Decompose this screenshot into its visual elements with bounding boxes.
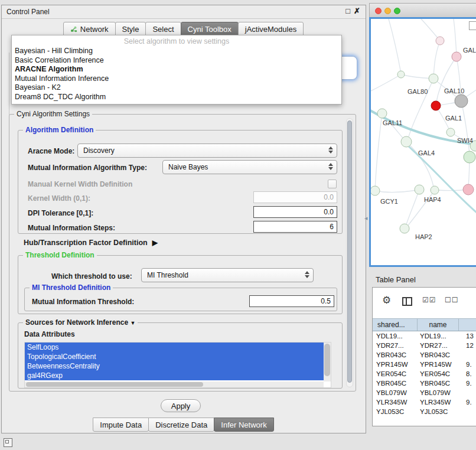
table-row[interactable]: YLR345WYLR345W9. xyxy=(373,397,476,407)
sources-group-title[interactable]: Sources for Network Inference ▼ xyxy=(23,318,138,327)
attributes-vscrollbar-thumb[interactable] xyxy=(324,344,330,376)
close-traffic-light-icon[interactable] xyxy=(375,8,382,14)
tab-discretize-data[interactable]: Discretize Data xyxy=(148,418,214,432)
table-cell: YLR345W xyxy=(418,397,459,407)
table-column-header-name[interactable]: name xyxy=(418,319,459,331)
algorithm-option-bayesian-hill-climbing[interactable]: Bayesian - Hill Climbing xyxy=(12,47,341,56)
columns-icon[interactable] xyxy=(402,297,412,306)
gear-icon[interactable]: ⚙ xyxy=(382,294,391,306)
attribute-item-gal4rgexp[interactable]: gal4RGexp xyxy=(25,371,324,380)
algorithm-option-basic-correlation-inference[interactable]: Basic Correlation Inference xyxy=(12,56,341,66)
which-threshold-value: MI Threshold xyxy=(147,271,188,279)
apply-button[interactable]: Apply xyxy=(161,399,201,412)
mi-algorithm-type-label: Mutual Information Algorithm Type: xyxy=(28,164,147,172)
network-node-hap4[interactable] xyxy=(415,185,424,194)
show-hidden-panel-icon[interactable] xyxy=(4,438,12,447)
table-cell: YDL19... xyxy=(373,331,418,341)
which-threshold-label: Which threshold to use: xyxy=(51,272,132,281)
kernel-width-field[interactable]: 0.0 xyxy=(253,191,337,203)
table-cell: 13 xyxy=(459,331,476,341)
top-tabbar: NetworkStyleSelectCyni ToolboxjActiveMod… xyxy=(2,21,366,36)
table-column-header-2[interactable] xyxy=(459,319,476,331)
network-node-gal4[interactable] xyxy=(401,136,412,147)
table-row[interactable]: YBL079WYBL079W xyxy=(373,388,476,397)
network-svg: GAL7GAL80GAL10GAL11GAL1SWI4GAL4GCY1HAP4H… xyxy=(371,19,476,266)
tab-select[interactable]: Select xyxy=(145,22,181,36)
network-node[interactable] xyxy=(463,184,474,195)
mi-threshold-field[interactable]: 0.5 xyxy=(249,295,334,307)
mi-steps-field[interactable]: 6 xyxy=(253,221,337,233)
algorithm-option-bayesian-k2[interactable]: Bayesian - K2 xyxy=(12,83,341,93)
which-threshold-combo[interactable]: MI Threshold xyxy=(141,268,314,282)
algorithm-option-mutual-information-inference[interactable]: Mutual Information Inference xyxy=(12,74,341,84)
table-row[interactable]: YJL053CYJL053C xyxy=(373,407,476,416)
aracne-mode-combo[interactable]: Discovery xyxy=(77,144,337,158)
network-node[interactable] xyxy=(397,71,405,78)
table-cell: 8. xyxy=(459,369,476,379)
table-body: YDL19...YDL19...13YDR27...YDR27...12YBR0… xyxy=(373,331,476,426)
birdseye-view-box[interactable] xyxy=(469,21,476,30)
algorithm-option-dream8-dc-tdc-algorithm[interactable]: Dream8 DC_TDC Algorithm xyxy=(12,93,341,102)
network-node[interactable] xyxy=(464,151,475,163)
attributes-hscrollbar-thumb[interactable] xyxy=(26,382,203,387)
node-label-gal7: GAL7 xyxy=(463,47,476,54)
aracne-mode-label: Aracne Mode: xyxy=(28,147,74,155)
network-node-gcy1[interactable] xyxy=(371,186,380,195)
attribute-item-topologicalcoefficient[interactable]: TopologicalCoefficient xyxy=(25,352,324,361)
table-row[interactable]: YBR043CYBR043C xyxy=(373,350,476,360)
table-cell: YPR145W xyxy=(373,360,418,369)
close-window-icon[interactable]: ✗ xyxy=(354,6,360,15)
hub-definition-toggle[interactable]: Hub/Transcription Factor Definition ▶ xyxy=(24,239,158,247)
tab-jactivemodules[interactable]: jActiveModules xyxy=(238,22,304,36)
tab-impute-data[interactable]: Impute Data xyxy=(93,418,149,432)
manual-kernel-width-checkbox[interactable] xyxy=(328,180,337,188)
attribute-item-selfloops[interactable]: SelfLoops xyxy=(25,343,324,352)
table-row[interactable]: YPR145WYPR145W9. xyxy=(373,360,476,369)
tab-label: Discretize Data xyxy=(155,420,207,429)
network-node-gal7[interactable] xyxy=(452,52,461,61)
node-label-gal10: GAL10 xyxy=(444,87,464,94)
sources-group: Sources for Network Inference ▼ Data Att… xyxy=(18,322,343,389)
network-node[interactable] xyxy=(431,101,441,110)
zoom-traffic-light-icon[interactable] xyxy=(394,8,400,14)
table-cell: YER054C xyxy=(373,369,418,379)
network-window-titlebar[interactable] xyxy=(369,3,476,17)
tab-cyni-toolbox[interactable]: Cyni Toolbox xyxy=(181,22,239,36)
node-label-swi4: SWI4 xyxy=(457,137,473,144)
select-all-icon[interactable]: ☑☑ xyxy=(422,296,436,304)
table-row[interactable]: YBR045CYBR045C9. xyxy=(373,379,476,388)
algorithm-dropdown-popup: Select algorithm to view settings Bayesi… xyxy=(11,35,342,105)
dpi-tolerance-field[interactable]: 0.0 xyxy=(253,206,337,218)
network-node[interactable] xyxy=(436,37,444,45)
table-row[interactable]: YDR27...YDR27...12 xyxy=(373,341,476,350)
table-row[interactable]: YER054CYER054C8. xyxy=(373,369,476,379)
network-node[interactable] xyxy=(431,186,439,194)
tab-style[interactable]: Style xyxy=(115,22,146,36)
table-row[interactable]: YDL19...YDL19...13 xyxy=(373,331,476,341)
node-label-gal11: GAL11 xyxy=(383,119,402,126)
network-node-gal1[interactable] xyxy=(446,128,455,136)
mi-algorithm-type-combo[interactable]: Naive Bayes xyxy=(162,160,337,174)
tab-infer-network[interactable]: Infer Network xyxy=(214,418,273,432)
algorithm-option-aracne-algorithm[interactable]: ARACNE Algorithm xyxy=(12,65,341,74)
network-canvas[interactable]: GAL7GAL80GAL10GAL11GAL1SWI4GAL4GCY1HAP4H… xyxy=(369,17,476,267)
tab-label: Network xyxy=(80,25,109,34)
threshold-definition-group: Threshold Definition Which threshold to … xyxy=(18,255,343,314)
settings-scrollbar-thumb[interactable] xyxy=(347,120,352,383)
deselect-all-icon[interactable]: ☐☐ xyxy=(445,296,459,304)
float-window-icon[interactable]: □ xyxy=(345,6,350,15)
mi-threshold-definition-title: MI Threshold Definition xyxy=(30,283,113,292)
network-node-hap2[interactable] xyxy=(400,224,409,233)
dpi-tolerance-label: DPI Tolerance [0,1]: xyxy=(28,209,93,217)
splitpane-collapse-handle[interactable]: ◀ xyxy=(364,216,367,221)
network-edge xyxy=(436,57,457,105)
network-node-gal80[interactable] xyxy=(429,74,438,83)
network-node-gal11[interactable] xyxy=(377,109,387,118)
table-cell xyxy=(459,407,476,416)
minimize-traffic-light-icon[interactable] xyxy=(384,8,391,14)
network-node-gal10[interactable] xyxy=(455,94,468,107)
table-panel-window: ⚙ ☑☑ ☐☐ shared...name YDL19...YDL19...13… xyxy=(372,287,476,426)
tab-network[interactable]: Network xyxy=(63,22,116,36)
table-column-header-shared[interactable]: shared... xyxy=(373,319,418,331)
attribute-item-betweennesscentrality[interactable]: BetweennessCentrality xyxy=(25,361,324,371)
